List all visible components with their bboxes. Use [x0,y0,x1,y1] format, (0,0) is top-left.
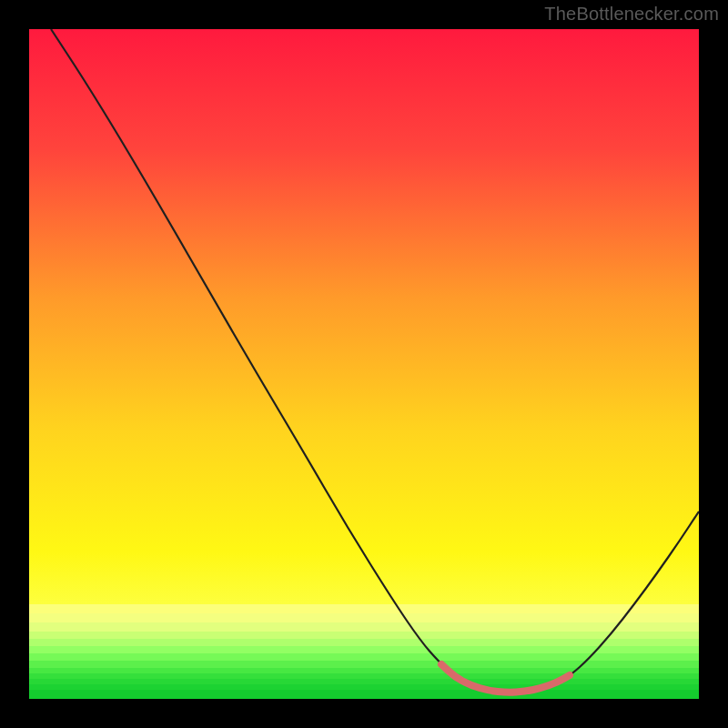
svg-rect-9 [29,673,699,679]
svg-rect-4 [29,639,699,646]
svg-rect-8 [29,668,699,673]
chart-plot-area [29,29,699,699]
svg-rect-10 [29,679,699,684]
chart-svg [29,29,699,699]
svg-rect-12 [29,690,699,699]
svg-rect-1 [29,613,699,622]
svg-rect-6 [29,653,699,661]
svg-rect-11 [29,684,699,690]
svg-rect-0 [29,604,699,613]
chart-background-gradient [29,29,699,699]
watermark-text: TheBottlenecker.com [544,4,719,25]
chart-bands-group [29,604,699,699]
svg-rect-7 [29,661,699,668]
svg-rect-3 [29,632,699,639]
svg-rect-2 [29,622,699,632]
